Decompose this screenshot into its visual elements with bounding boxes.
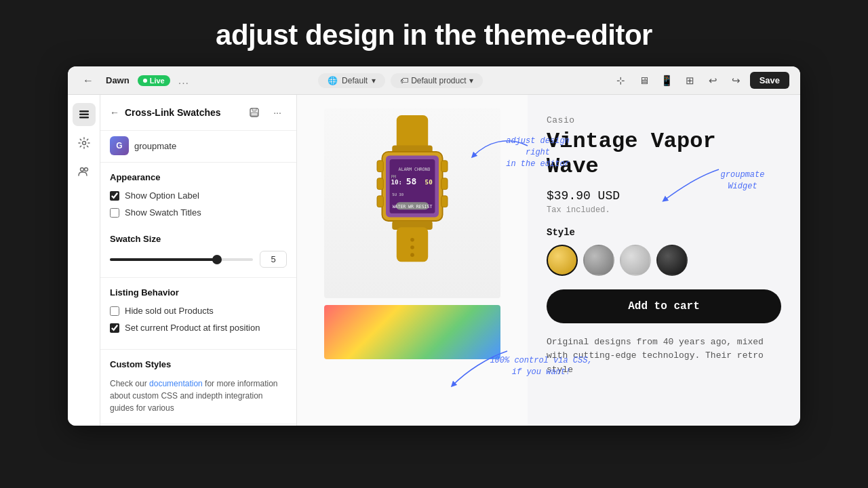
- redo-button[interactable]: ↪: [727, 71, 746, 90]
- tag-icon: 🏷: [400, 76, 408, 85]
- svg-rect-0: [79, 110, 89, 113]
- swatch-row: [547, 245, 781, 276]
- browser-right-actions: ⊹ 🖥 📱 ⊞ ↩ ↪ Save: [612, 71, 789, 90]
- show-swatch-titles-checkbox[interactable]: [110, 208, 119, 218]
- panel-save-icon[interactable]: [245, 103, 264, 122]
- product-info-area: Casio Vintage VaporWave $39.90 USD Tax i…: [528, 95, 800, 426]
- main-product-image: ALARM CHRONO PM 10: 58 50 5U 30 WATER WR…: [324, 108, 500, 298]
- svg-text:WATER WR RESIST: WATER WR RESIST: [393, 204, 433, 209]
- save-button[interactable]: Save: [750, 72, 789, 89]
- swatch-size-input[interactable]: [260, 251, 287, 268]
- app-icon: G: [110, 136, 129, 155]
- svg-rect-8: [251, 113, 258, 116]
- nav-layers-icon[interactable]: [73, 103, 96, 126]
- show-option-label-text: Show Option Label: [125, 190, 199, 201]
- set-first-position-row: Set current Product at first position: [110, 323, 287, 333]
- svg-rect-9: [397, 115, 428, 150]
- preview-area: ALARM CHRONO PM 10: 58 50 5U 30 WATER WR…: [297, 95, 800, 426]
- browser-center-controls: 🌐 Default ▾ 🏷 Default product ▾: [197, 73, 604, 88]
- show-option-label-row: Show Option Label: [110, 190, 287, 201]
- documentation-link[interactable]: documentation: [149, 379, 203, 388]
- browser-content: ← Cross-Link Swatches ··· G groupmate: [68, 95, 800, 426]
- product-selector[interactable]: 🏷 Default product ▾: [391, 73, 482, 88]
- custom-styles-text: Check our documentation for more informa…: [110, 378, 287, 414]
- product-brand: Casio: [547, 115, 781, 125]
- globe-icon: 🌐: [328, 76, 338, 85]
- default-selector[interactable]: 🌐 Default ▾: [318, 73, 385, 88]
- add-to-cart-button[interactable]: Add to cart: [547, 289, 781, 323]
- swatch-black[interactable]: [656, 245, 688, 276]
- svg-point-4: [80, 168, 83, 171]
- settings-panel: ← Cross-Link Swatches ··· G groupmate: [100, 95, 297, 426]
- nav-settings-icon[interactable]: [73, 131, 96, 155]
- svg-rect-7: [252, 108, 256, 111]
- layout-icon-3[interactable]: 📱: [658, 71, 677, 90]
- custom-styles-title: Custom Styles: [110, 359, 287, 369]
- swatch-silver[interactable]: [620, 245, 651, 276]
- hide-sold-out-label: Hide sold out Products: [125, 306, 214, 316]
- live-badge: Live: [138, 75, 170, 86]
- svg-rect-2: [79, 117, 89, 119]
- browser-more-options[interactable]: ...: [178, 75, 189, 87]
- swatch-gold[interactable]: [547, 245, 578, 276]
- svg-rect-1: [79, 114, 89, 116]
- browser-window: ← Dawn Live ... 🌐 Default ▾ 🏷 Default pr…: [68, 66, 800, 426]
- swatch-size-section: Swatch Size: [100, 234, 296, 277]
- set-first-position-label: Set current Product at first position: [125, 323, 260, 333]
- nav-users-icon[interactable]: [73, 160, 96, 183]
- theme-name: Dawn: [106, 75, 130, 85]
- left-icon-nav: [68, 95, 100, 426]
- swatch-size-label: Swatch Size: [110, 234, 287, 244]
- hide-sold-out-checkbox[interactable]: [110, 306, 119, 316]
- appearance-section: Appearance Show Option Label Show Swatch…: [100, 163, 296, 234]
- listing-behavior-section: Listing Behavior Hide sold out Products …: [100, 277, 296, 349]
- slider-row: [110, 251, 287, 268]
- panel-title: Cross-Link Swatches: [125, 107, 239, 118]
- svg-text:ALARM CHRONO: ALARM CHRONO: [399, 167, 431, 172]
- product-price: $39.90 USD: [547, 189, 781, 203]
- svg-rect-23: [377, 178, 383, 190]
- panel-back-button[interactable]: ←: [110, 107, 119, 118]
- svg-point-5: [84, 168, 87, 171]
- product-description: Original designs from 40 years ago, mixe…: [547, 336, 781, 378]
- layout-icon-4[interactable]: ⊞: [681, 71, 700, 90]
- watch-svg: ALARM CHRONO PM 10: 58 50 5U 30 WATER WR…: [344, 115, 480, 291]
- style-label: Style: [547, 227, 781, 238]
- browser-back-button[interactable]: ←: [79, 71, 98, 90]
- layout-icon-1[interactable]: ⊹: [612, 71, 631, 90]
- svg-point-31: [410, 245, 414, 249]
- set-first-position-checkbox[interactable]: [110, 323, 119, 333]
- live-label: Live: [150, 77, 165, 85]
- svg-text:58: 58: [406, 176, 417, 186]
- layout-icon-2[interactable]: 🖥: [635, 71, 654, 90]
- live-dot: [143, 79, 147, 83]
- svg-point-30: [410, 238, 414, 242]
- panel-more-icon[interactable]: ···: [268, 103, 287, 122]
- svg-text:5U 30: 5U 30: [392, 192, 403, 197]
- svg-rect-27: [441, 196, 448, 207]
- custom-styles-section: Custom Styles Check our documentation fo…: [100, 349, 296, 424]
- app-name: groupmate: [134, 141, 176, 151]
- chevron-down-icon-2: ▾: [469, 76, 473, 85]
- hide-sold-out-row: Hide sold out Products: [110, 306, 287, 316]
- listing-behavior-title: Listing Behavior: [110, 287, 287, 298]
- product-thumbnail-colorful: [324, 305, 500, 359]
- svg-rect-24: [377, 196, 383, 207]
- panel-icon-actions: ···: [245, 103, 287, 122]
- svg-rect-25: [441, 161, 448, 172]
- undo-button[interactable]: ↩: [704, 71, 723, 90]
- panel-header: ← Cross-Link Swatches ···: [100, 95, 296, 131]
- remove-block-row: 🗑 Remove block: [100, 424, 296, 426]
- chevron-down-icon: ▾: [372, 76, 376, 85]
- appearance-title: Appearance: [110, 172, 287, 182]
- swatch-silver-dark[interactable]: [583, 245, 614, 276]
- show-swatch-titles-text: Show Swatch Titles: [125, 207, 201, 218]
- svg-rect-26: [441, 178, 448, 190]
- swatch-size-slider[interactable]: [110, 258, 253, 261]
- show-option-label-checkbox[interactable]: [110, 191, 119, 201]
- svg-point-3: [82, 142, 85, 145]
- page-headline: adjust design in the theme-editor: [216, 19, 652, 52]
- product-preview: ALARM CHRONO PM 10: 58 50 5U 30 WATER WR…: [297, 95, 800, 426]
- slider-thumb[interactable]: [212, 255, 222, 264]
- svg-text:50: 50: [425, 178, 433, 186]
